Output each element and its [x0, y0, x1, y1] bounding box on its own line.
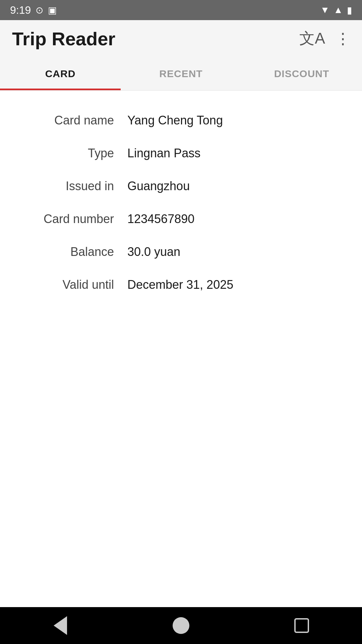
back-icon	[54, 616, 67, 635]
info-value: December 31, 2025	[127, 278, 233, 292]
info-value: 1234567890	[127, 212, 194, 226]
info-label: Card name	[20, 113, 127, 127]
battery-icon: ▮	[347, 5, 352, 16]
tab-card[interactable]: CARD	[0, 57, 121, 90]
tab-bar: CARD RECENT DISCOUNT	[0, 57, 362, 91]
info-label: Issued in	[20, 179, 127, 193]
card-info-table: Card nameYang Cheng TongTypeLingnan Pass…	[20, 104, 342, 301]
nav-back-button[interactable]	[47, 612, 74, 639]
home-icon	[173, 617, 189, 634]
nav-recents-button[interactable]	[288, 612, 315, 639]
info-label: Valid until	[20, 278, 127, 292]
more-options-icon[interactable]: ⋮	[335, 30, 350, 48]
status-bar: 9:19 ⊙ ▣ ▼ ▲ ▮	[0, 0, 362, 20]
sim-icon: ⊙	[36, 5, 43, 16]
app-title: Trip Reader	[12, 28, 115, 50]
tab-discount[interactable]: DISCOUNT	[241, 57, 362, 90]
sim2-icon: ▣	[48, 5, 57, 16]
app-bar: Trip Reader 文A ⋮	[0, 20, 362, 57]
translate-icon[interactable]: 文A	[299, 28, 325, 49]
info-row: Issued inGuangzhou	[20, 170, 342, 203]
info-value: Guangzhou	[127, 179, 190, 193]
recents-icon	[294, 618, 309, 633]
nav-home-button[interactable]	[168, 612, 194, 639]
info-row: Valid untilDecember 31, 2025	[20, 268, 342, 301]
info-row: Card nameYang Cheng Tong	[20, 104, 342, 137]
app-bar-actions: 文A ⋮	[299, 28, 350, 49]
info-label: Card number	[20, 212, 127, 226]
nav-bar	[0, 607, 362, 644]
info-value: 30.0 yuan	[127, 245, 180, 259]
info-row: Card number1234567890	[20, 203, 342, 235]
info-row: TypeLingnan Pass	[20, 137, 342, 170]
tab-recent[interactable]: RECENT	[121, 57, 241, 90]
info-label: Balance	[20, 245, 127, 259]
info-value: Yang Cheng Tong	[127, 113, 223, 127]
info-row: Balance30.0 yuan	[20, 235, 342, 268]
content-area: Card nameYang Cheng TongTypeLingnan Pass…	[0, 91, 362, 607]
info-value: Lingnan Pass	[127, 146, 200, 160]
wifi-icon: ▼	[320, 5, 330, 15]
info-label: Type	[20, 146, 127, 160]
status-time: 9:19	[10, 4, 31, 16]
signal-icon: ▲	[334, 5, 343, 15]
